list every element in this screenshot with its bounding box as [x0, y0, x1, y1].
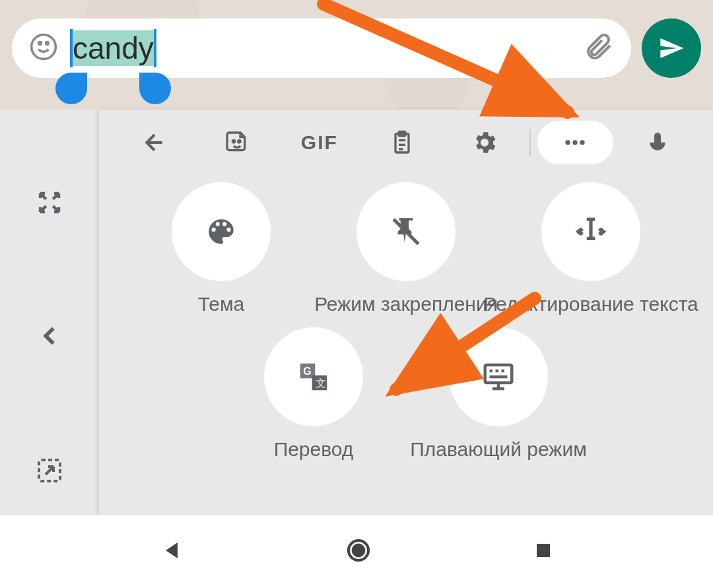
floating-keyboard-icon [481, 359, 516, 395]
svg-point-1 [39, 42, 42, 45]
option-theme-label: Тема [198, 293, 245, 315]
clipboard-icon[interactable] [364, 121, 440, 164]
keyboard-main: GIF Тема Режим [99, 110, 713, 515]
svg-rect-13 [485, 365, 512, 383]
chevron-left-icon[interactable] [34, 321, 65, 354]
selected-text: candy [70, 30, 156, 66]
option-pinmode[interactable]: Режим закрепления [323, 182, 489, 315]
option-textedit[interactable]: Редактирование текста [508, 182, 673, 315]
nav-home-icon[interactable] [345, 537, 372, 566]
attach-icon[interactable] [582, 31, 614, 65]
message-text[interactable]: candy [70, 18, 156, 78]
option-textedit-label: Редактирование текста [483, 293, 698, 315]
palette-icon [205, 215, 238, 248]
option-floating-label: Плавающий режим [410, 438, 587, 461]
text-cursor-icon [574, 215, 607, 248]
svg-point-15 [353, 545, 364, 556]
gear-icon[interactable] [447, 121, 523, 164]
option-translate[interactable]: G文 Перевод [231, 327, 396, 461]
nav-back-icon[interactable] [160, 539, 184, 565]
android-nav-bar [0, 515, 713, 588]
svg-text:文: 文 [316, 377, 326, 389]
svg-text:G: G [303, 366, 311, 377]
svg-point-9 [573, 140, 578, 145]
pin-off-icon [390, 215, 423, 248]
more-icon[interactable] [537, 121, 613, 164]
keyboard-toolbar: GIF [99, 110, 713, 176]
message-input-pill[interactable]: candy [12, 18, 631, 78]
keyboard-sidebar [0, 110, 99, 515]
svg-point-8 [566, 140, 570, 145]
nav-recent-icon[interactable] [533, 540, 553, 563]
popout-icon[interactable] [34, 455, 65, 489]
gif-icon[interactable]: GIF [281, 121, 357, 164]
option-theme[interactable]: Тема [139, 182, 304, 315]
sticker-icon[interactable] [199, 121, 275, 164]
svg-point-4 [232, 141, 234, 143]
translate-icon: G文 [296, 359, 331, 395]
option-pinmode-label: Режим закрепления [314, 293, 498, 315]
option-translate-label: Перевод [274, 438, 354, 461]
svg-point-10 [580, 140, 585, 145]
keyboard-panel: GIF Тема Режим [0, 110, 713, 515]
svg-rect-16 [537, 544, 550, 557]
selection-handle-left[interactable] [55, 73, 87, 104]
svg-point-2 [46, 42, 49, 45]
options-grid: Тема Режим закрепления Редактирование те… [99, 176, 713, 515]
send-button[interactable] [642, 18, 701, 78]
toolbar-separator [529, 129, 531, 156]
back-icon[interactable] [116, 121, 192, 164]
svg-point-5 [238, 141, 240, 143]
expand-icon[interactable] [36, 189, 63, 219]
emoji-icon[interactable] [29, 32, 58, 64]
mic-icon[interactable] [620, 121, 696, 164]
option-floating[interactable]: Плавающий режим [416, 327, 581, 461]
selection-handle-right[interactable] [139, 73, 171, 104]
svg-point-0 [32, 35, 56, 59]
chat-input-bar: candy [0, 0, 713, 110]
